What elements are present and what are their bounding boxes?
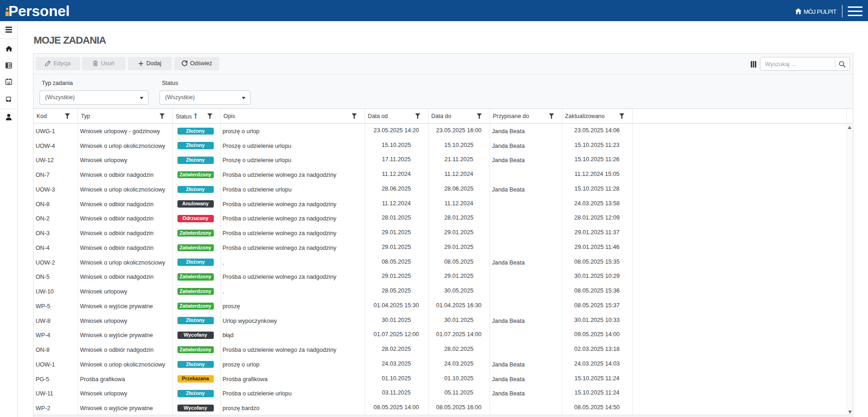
svg-text:12: 12 [7, 81, 11, 85]
